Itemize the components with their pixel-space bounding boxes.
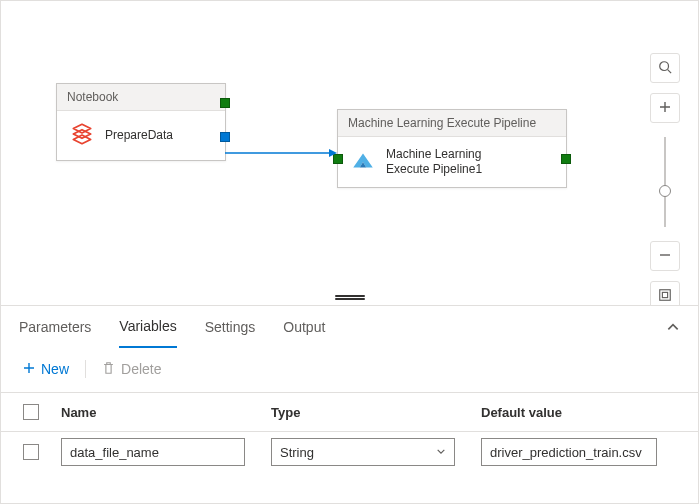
- chevron-down-icon: [436, 445, 446, 460]
- panel-tabs: Parameters Variables Settings Output: [1, 306, 698, 350]
- node-output-port[interactable]: [220, 132, 230, 142]
- fit-icon: [658, 288, 672, 305]
- minus-icon: [659, 249, 671, 264]
- plus-icon: [659, 101, 671, 116]
- svg-rect-3: [662, 292, 667, 297]
- trash-icon: [102, 361, 115, 378]
- select-value: String: [280, 445, 314, 460]
- node-output-port[interactable]: [561, 154, 571, 164]
- variable-name-input[interactable]: [61, 438, 245, 466]
- variable-default-input[interactable]: [481, 438, 657, 466]
- variables-toolbar: New Delete: [1, 350, 698, 392]
- column-header-default: Default value: [481, 405, 676, 420]
- node-title: Machine Learning: [386, 147, 482, 162]
- node-header: Machine Learning Execute Pipeline: [338, 110, 566, 137]
- node-title: PrepareData: [105, 128, 173, 143]
- panel-resize-handle[interactable]: [335, 294, 365, 300]
- search-button[interactable]: [650, 53, 680, 83]
- node-output-port[interactable]: [220, 98, 230, 108]
- search-icon: [658, 60, 672, 77]
- row-checkbox[interactable]: [23, 444, 39, 460]
- pipeline-canvas[interactable]: Notebook PrepareData Machine Learning Ex…: [1, 1, 698, 301]
- variable-row: String: [1, 432, 698, 472]
- svg-rect-2: [660, 289, 671, 300]
- node-ml-execute-pipeline[interactable]: Machine Learning Execute Pipeline Machin…: [337, 109, 567, 188]
- node-input-port[interactable]: [333, 154, 343, 164]
- databricks-icon: [69, 121, 95, 150]
- tab-output[interactable]: Output: [283, 309, 325, 347]
- variables-grid-header: Name Type Default value: [1, 392, 698, 432]
- svg-point-0: [660, 61, 669, 70]
- button-label: New: [41, 361, 69, 377]
- node-subtitle: Execute Pipeline1: [386, 162, 482, 177]
- edge-connector[interactable]: [225, 131, 339, 161]
- delete-variable-button[interactable]: Delete: [102, 361, 161, 378]
- zoom-slider-thumb[interactable]: [659, 185, 671, 197]
- node-header: Notebook: [57, 84, 225, 111]
- svg-line-1: [668, 69, 672, 73]
- tab-variables[interactable]: Variables: [119, 308, 176, 348]
- properties-panel: Parameters Variables Settings Output New…: [1, 305, 698, 503]
- column-header-name: Name: [61, 405, 271, 420]
- zoom-rail: [648, 53, 682, 311]
- plus-icon: [23, 361, 35, 377]
- azure-ml-icon: [350, 148, 376, 177]
- zoom-in-button[interactable]: [650, 93, 680, 123]
- new-variable-button[interactable]: New: [23, 361, 69, 377]
- zoom-out-button[interactable]: [650, 241, 680, 271]
- variable-type-select[interactable]: String: [271, 438, 455, 466]
- button-label: Delete: [121, 361, 161, 377]
- toolbar-divider: [85, 360, 86, 378]
- node-notebook[interactable]: Notebook PrepareData: [56, 83, 226, 161]
- select-all-checkbox[interactable]: [23, 404, 39, 420]
- chevron-up-icon: [666, 322, 680, 337]
- column-header-type: Type: [271, 405, 481, 420]
- tab-settings[interactable]: Settings: [205, 309, 256, 347]
- collapse-panel-button[interactable]: [666, 320, 680, 337]
- zoom-slider-track[interactable]: [664, 137, 666, 227]
- tab-parameters[interactable]: Parameters: [19, 309, 91, 347]
